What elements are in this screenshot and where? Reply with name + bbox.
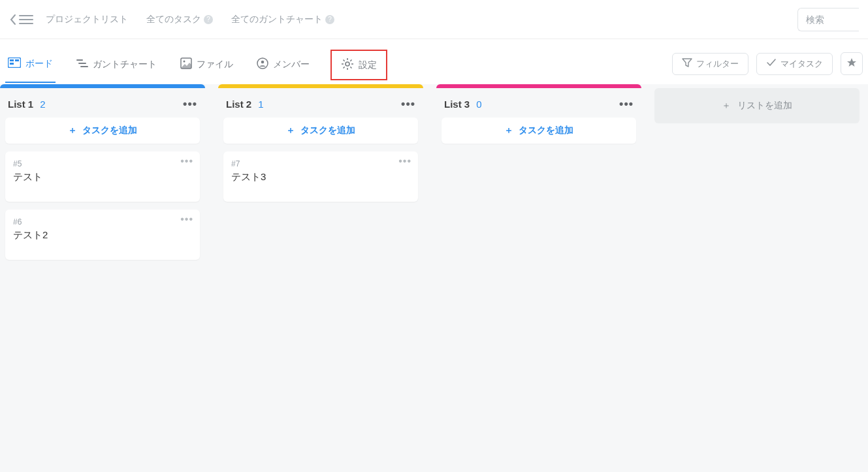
button-label: タスクを追加 bbox=[300, 125, 355, 136]
tab-label: メンバー bbox=[273, 59, 310, 71]
card-title: テスト2 bbox=[13, 229, 192, 242]
list-title-wrap: List 1 2 bbox=[8, 99, 46, 110]
list-title: List 2 bbox=[226, 99, 251, 110]
file-icon bbox=[180, 57, 192, 71]
svg-rect-5 bbox=[10, 63, 14, 65]
gantt-icon bbox=[76, 58, 88, 71]
task-card[interactable]: ••• #6 テスト2 bbox=[5, 210, 200, 260]
svg-line-22 bbox=[350, 60, 351, 61]
add-task-button[interactable]: ＋ タスクを追加 bbox=[5, 118, 200, 144]
gear-icon bbox=[341, 57, 354, 72]
star-icon bbox=[846, 57, 857, 70]
plus-icon: ＋ bbox=[722, 100, 731, 112]
board-icon bbox=[8, 57, 21, 70]
svg-line-20 bbox=[350, 67, 351, 68]
button-label: フィルター bbox=[696, 58, 739, 70]
button-label: タスクを追加 bbox=[519, 125, 573, 136]
board: List 1 2 ••• ＋ タスクを追加 ••• #5 テスト ••• #6 … bbox=[0, 84, 868, 472]
card-title: テスト bbox=[13, 171, 192, 183]
list-column: List 2 1 ••• ＋ タスクを追加 ••• #7 テスト3 bbox=[218, 84, 423, 472]
filter-button[interactable]: フィルター bbox=[672, 53, 748, 75]
tab-settings[interactable]: 設定 bbox=[330, 50, 387, 80]
task-card[interactable]: ••• #7 テスト3 bbox=[223, 151, 418, 202]
svg-line-21 bbox=[344, 67, 345, 68]
list-count: 1 bbox=[258, 99, 263, 110]
mytask-button[interactable]: マイタスク bbox=[756, 53, 833, 75]
button-label: マイタスク bbox=[780, 58, 823, 70]
tabbar-right: フィルター マイタスク bbox=[672, 52, 863, 84]
tab-file[interactable]: ファイル bbox=[178, 54, 236, 83]
plus-icon: ＋ bbox=[68, 125, 77, 136]
list-title-wrap: List 3 0 bbox=[444, 99, 482, 110]
nav-project-list[interactable]: プロジェクトリスト bbox=[46, 14, 128, 25]
card-menu-button[interactable]: ••• bbox=[398, 155, 411, 167]
card-title: テスト3 bbox=[231, 171, 410, 183]
back-menu[interactable] bbox=[9, 14, 34, 25]
list-menu-button[interactable]: ••• bbox=[401, 97, 415, 111]
task-card[interactable]: ••• #5 テスト bbox=[5, 151, 200, 202]
add-task-button[interactable]: ＋ タスクを追加 bbox=[223, 118, 418, 144]
plus-icon: ＋ bbox=[504, 125, 513, 136]
nav-all-gantt[interactable]: 全てのガントチャート ? bbox=[231, 14, 334, 25]
svg-rect-4 bbox=[10, 59, 14, 61]
list-header: List 1 2 ••• bbox=[0, 88, 205, 118]
list-title: List 1 bbox=[8, 99, 33, 110]
list-count: 0 bbox=[476, 99, 481, 110]
list-count: 2 bbox=[40, 99, 45, 110]
svg-line-19 bbox=[344, 60, 345, 61]
add-task-button[interactable]: ＋ タスクを追加 bbox=[442, 118, 636, 144]
topbar: プロジェクトリスト 全てのタスク ? 全てのガントチャート ? bbox=[0, 0, 868, 39]
nav-label: プロジェクトリスト bbox=[46, 14, 128, 25]
svg-rect-6 bbox=[15, 59, 19, 61]
nav-label: 全てのタスク bbox=[146, 14, 201, 25]
tab-label: 設定 bbox=[359, 59, 377, 71]
list-header: List 2 1 ••• bbox=[218, 88, 423, 118]
svg-point-11 bbox=[184, 61, 185, 63]
help-icon: ? bbox=[325, 15, 334, 24]
list-column: List 1 2 ••• ＋ タスクを追加 ••• #5 テスト ••• #6 … bbox=[0, 84, 205, 472]
search-wrap bbox=[797, 8, 859, 31]
help-icon: ? bbox=[204, 15, 213, 24]
button-label: リストを追加 bbox=[737, 100, 792, 112]
svg-point-13 bbox=[261, 61, 265, 64]
list-column: List 3 0 ••• ＋ タスクを追加 bbox=[436, 84, 641, 472]
search-input[interactable] bbox=[797, 8, 859, 31]
hamburger-icon bbox=[18, 14, 34, 25]
tab-member[interactable]: メンバー bbox=[254, 54, 312, 83]
star-button[interactable] bbox=[841, 52, 863, 75]
member-icon bbox=[257, 57, 268, 71]
list-menu-button[interactable]: ••• bbox=[619, 97, 634, 111]
card-menu-button[interactable]: ••• bbox=[180, 155, 193, 167]
list-title: List 3 bbox=[444, 99, 470, 110]
tab-label: ガントチャート bbox=[93, 59, 157, 71]
add-list-button[interactable]: ＋ リストを追加 bbox=[654, 88, 860, 123]
tab-board[interactable]: ボード bbox=[5, 54, 56, 83]
list-menu-button[interactable]: ••• bbox=[183, 97, 197, 111]
card-id: #7 bbox=[231, 159, 410, 168]
nav-all-tasks[interactable]: 全てのタスク ? bbox=[146, 14, 213, 25]
list-header: List 3 0 ••• bbox=[436, 88, 641, 118]
check-icon bbox=[766, 58, 777, 69]
button-label: タスクを追加 bbox=[82, 125, 137, 136]
card-id: #6 bbox=[13, 217, 192, 227]
plus-icon: ＋ bbox=[286, 125, 295, 136]
chevron-left-icon bbox=[9, 14, 17, 25]
tab-label: ボード bbox=[25, 58, 53, 70]
filter-icon bbox=[682, 58, 692, 69]
tab-label: ファイル bbox=[197, 59, 233, 71]
tabbar: ボード ガントチャート ファイル bbox=[0, 39, 868, 84]
card-id: #5 bbox=[13, 159, 192, 168]
card-menu-button[interactable]: ••• bbox=[180, 213, 193, 225]
list-title-wrap: List 2 1 bbox=[226, 99, 264, 110]
tab-gantt[interactable]: ガントチャート bbox=[74, 54, 159, 82]
svg-point-14 bbox=[346, 62, 349, 66]
nav-label: 全てのガントチャート bbox=[231, 14, 323, 25]
